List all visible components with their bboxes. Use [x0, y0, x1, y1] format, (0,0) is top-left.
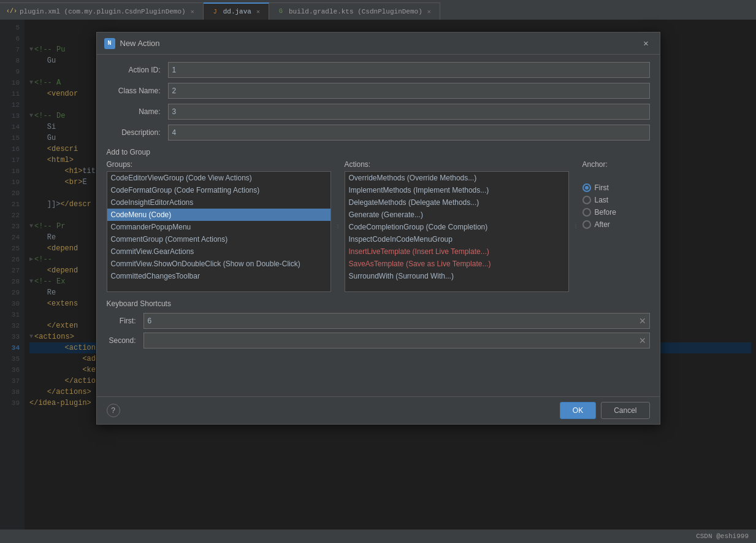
- dialog-close-button[interactable]: ✕: [640, 37, 652, 50]
- action-id-input[interactable]: [168, 62, 650, 78]
- anchor-last[interactable]: Last: [582, 196, 650, 204]
- first-shortcut-input[interactable]: [143, 313, 650, 329]
- keyboard-shortcuts-label: Keyboard Shortcuts: [107, 299, 650, 308]
- action-item-5[interactable]: InspectCodeInCodeMenuGroup: [345, 233, 568, 245]
- description-row: Description:: [107, 125, 650, 141]
- ok-button[interactable]: OK: [560, 402, 596, 419]
- description-input[interactable]: [168, 125, 650, 141]
- anchor-after-radio[interactable]: [582, 220, 591, 229]
- tab-dd-java-label: dd.java: [223, 8, 251, 15]
- anchor-first-radio[interactable]: [582, 183, 591, 192]
- dialog-title-bar: N New Action ✕: [97, 33, 660, 55]
- keyboard-shortcuts-section: Keyboard Shortcuts First: ✕ Second: ✕: [107, 299, 650, 349]
- action-item-1[interactable]: ImplementMethods (Implement Methods...): [345, 184, 568, 196]
- anchor-panel: Anchor: First Last Before: [582, 160, 650, 292]
- group-item-4[interactable]: CommanderPopupMenu: [107, 221, 330, 233]
- name-label: Name:: [107, 107, 168, 116]
- group-item-6[interactable]: CommitView.GearActions: [107, 245, 330, 258]
- actions-panel: Actions: OverrideMethods (Override Metho…: [345, 160, 569, 292]
- action-item-3[interactable]: Generate (Generate...): [345, 209, 568, 221]
- dialog-overlay: N New Action ✕ Action ID: Class Name: Na…: [0, 20, 756, 530]
- tab-build-gradle[interactable]: G build.gradle.kts (CsdnPluginDemo) ✕: [269, 2, 440, 20]
- first-shortcut-label: First:: [107, 317, 143, 325]
- anchor-after[interactable]: After: [582, 220, 650, 229]
- xml-icon: ‹/›: [7, 7, 16, 16]
- first-shortcut-row: First: ✕: [107, 313, 650, 329]
- group-item-2[interactable]: CodeInsightEditorActions: [107, 196, 330, 209]
- anchor-radio-group: First Last Before After: [582, 183, 650, 229]
- tab-plugin-xml-close[interactable]: ✕: [189, 7, 196, 16]
- panel-divider-2: ⋮: [574, 160, 578, 292]
- help-button[interactable]: ?: [107, 404, 120, 417]
- group-item-5[interactable]: CommentGroup (Comment Actions): [107, 233, 330, 245]
- name-input[interactable]: [168, 104, 650, 120]
- gradle-icon: G: [277, 7, 285, 16]
- tab-plugin-xml[interactable]: ‹/› plugin.xml (com.my.plugin.CsdnPlugin…: [0, 2, 204, 20]
- dialog-body: Action ID: Class Name: Name: Description…: [97, 55, 660, 396]
- add-to-group-section: Add to Group: [107, 148, 650, 156]
- action-item-4[interactable]: CodeCompletionGroup (Code Completion): [345, 221, 568, 233]
- group-item-0[interactable]: CodeEditorViewGroup (Code View Actions): [107, 172, 330, 184]
- action-id-label: Action ID:: [107, 66, 168, 74]
- tab-build-gradle-label: build.gradle.kts (CsdnPluginDemo): [289, 8, 422, 15]
- group-item-7[interactable]: CommitView.ShowOnDoubleClick (Show on Do…: [107, 258, 330, 270]
- panel-divider-1: ⋮: [336, 160, 340, 292]
- tab-dd-java-close[interactable]: ✕: [255, 7, 261, 16]
- second-shortcut-label: Second:: [107, 336, 143, 345]
- dialog-title: New Action: [120, 39, 635, 48]
- anchor-first-label: First: [595, 183, 609, 192]
- groups-header: Groups:: [107, 160, 331, 169]
- java-icon: J: [211, 7, 220, 16]
- class-name-row: Class Name:: [107, 83, 650, 99]
- first-shortcut-wrap: ✕: [143, 313, 650, 329]
- anchor-last-label: Last: [595, 196, 609, 204]
- anchor-before-radio[interactable]: [582, 208, 591, 217]
- class-name-input[interactable]: [168, 83, 650, 99]
- new-action-dialog: N New Action ✕ Action ID: Class Name: Na…: [96, 32, 660, 425]
- tab-plugin-xml-label: plugin.xml (com.my.plugin.CsdnPluginDemo…: [20, 8, 186, 15]
- description-label: Description:: [107, 128, 168, 137]
- second-shortcut-wrap: ✕: [143, 333, 650, 349]
- credit-text: CSDN @eshi999: [696, 533, 749, 540]
- anchor-last-radio[interactable]: [582, 196, 591, 204]
- class-name-label: Class Name:: [107, 87, 168, 95]
- action-item-2[interactable]: DelegateMethods (Delegate Methods...): [345, 196, 568, 209]
- anchor-header: Anchor:: [582, 160, 650, 169]
- action-item-7[interactable]: SaveAsTemplate (Save as Live Template...…: [345, 258, 568, 270]
- second-shortcut-clear-button[interactable]: ✕: [638, 336, 647, 345]
- actions-header: Actions:: [345, 160, 569, 169]
- anchor-after-label: After: [595, 220, 610, 229]
- name-row: Name:: [107, 104, 650, 120]
- dialog-app-icon: N: [104, 38, 115, 49]
- action-item-6[interactable]: InsertLiveTemplate (Insert Live Template…: [345, 245, 568, 258]
- add-to-group-panels: Groups: CodeEditorViewGroup (Code View A…: [107, 160, 650, 292]
- second-shortcut-row: Second: ✕: [107, 333, 650, 349]
- tab-build-gradle-close[interactable]: ✕: [426, 7, 432, 16]
- first-shortcut-clear-button[interactable]: ✕: [638, 316, 647, 326]
- dialog-footer: ? OK Cancel: [97, 396, 660, 424]
- tab-bar: ‹/› plugin.xml (com.my.plugin.CsdnPlugin…: [0, 0, 756, 20]
- groups-panel: Groups: CodeEditorViewGroup (Code View A…: [107, 160, 331, 292]
- second-shortcut-input[interactable]: [143, 333, 650, 349]
- anchor-first[interactable]: First: [582, 183, 650, 192]
- cancel-button[interactable]: Cancel: [601, 402, 649, 419]
- group-item-3[interactable]: CodeMenu (Code): [107, 209, 330, 221]
- action-item-0[interactable]: OverrideMethods (Override Methods...): [345, 172, 568, 184]
- bottom-bar: CSDN @eshi999: [0, 530, 756, 543]
- anchor-before-label: Before: [595, 208, 616, 217]
- groups-list[interactable]: CodeEditorViewGroup (Code View Actions) …: [107, 171, 331, 292]
- footer-buttons: OK Cancel: [560, 402, 650, 419]
- group-item-8[interactable]: CommittedChangesToolbar: [107, 270, 330, 282]
- tab-dd-java[interactable]: J dd.java ✕: [204, 2, 269, 20]
- anchor-before[interactable]: Before: [582, 208, 650, 217]
- actions-list[interactable]: OverrideMethods (Override Methods...) Im…: [345, 171, 569, 292]
- group-item-1[interactable]: CodeFormatGroup (Code Formatting Actions…: [107, 184, 330, 196]
- action-item-8[interactable]: SurroundWith (Surround With...): [345, 270, 568, 282]
- action-id-row: Action ID:: [107, 62, 650, 78]
